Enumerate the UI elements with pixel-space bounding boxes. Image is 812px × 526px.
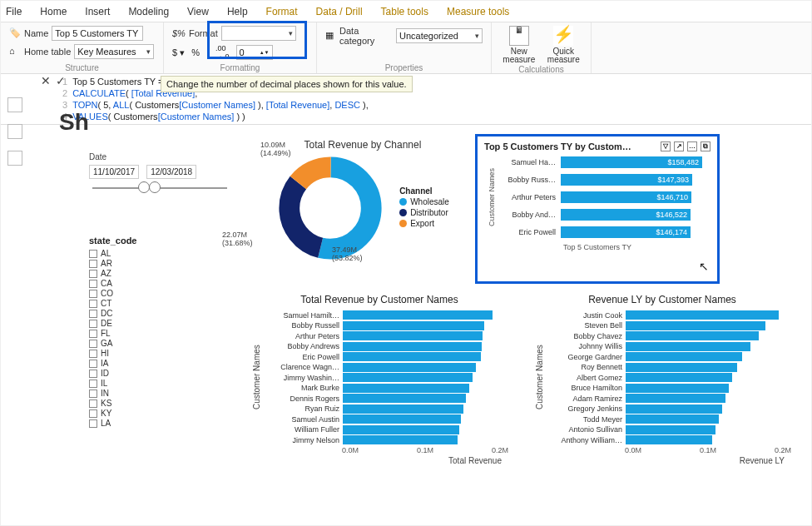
currency-btn[interactable]: $ ▾ [172, 47, 185, 58]
pin-icon[interactable]: ⧉ [701, 141, 710, 151]
tag-icon: 🏷️ [9, 27, 21, 39]
bar-name: Bobby Russell [263, 321, 339, 330]
menu-data-drill[interactable]: Data / Drill [316, 6, 363, 17]
percent-btn[interactable]: % [191, 47, 200, 57]
checkbox-icon[interactable] [89, 330, 97, 338]
checkbox-icon[interactable] [89, 370, 97, 378]
state-item[interactable]: DC [89, 309, 189, 318]
checkbox-icon[interactable] [89, 390, 97, 398]
state-item[interactable]: ID [89, 369, 189, 378]
focus-icon[interactable]: ↗ [674, 141, 684, 151]
total-revenue-bar[interactable]: Total Revenue by Customer Names Customer… [250, 294, 508, 465]
decimal-stepper[interactable]: 0 ▲▼ [236, 45, 273, 60]
range-handle-right[interactable] [149, 181, 161, 193]
checkbox-icon[interactable] [89, 409, 97, 418]
date-slicer[interactable]: Date 11/10/2017 12/03/2018 [89, 152, 230, 189]
date-range-track[interactable] [92, 187, 227, 189]
state-slicer[interactable]: state_code ALARAZCACOCTDCDEFLGAHIIAIDILI… [89, 236, 189, 428]
menu-table-tools[interactable]: Table tools [381, 6, 428, 17]
state-item[interactable]: AZ [89, 269, 189, 278]
state-label: CA [101, 279, 112, 288]
format-combo[interactable]: ▾ [221, 26, 296, 41]
checkbox-icon[interactable] [89, 350, 97, 358]
checkbox-icon[interactable] [89, 340, 97, 348]
state-item[interactable]: DE [89, 319, 189, 328]
chevron-down-icon: ▾ [146, 47, 151, 56]
menu-view[interactable]: View [187, 6, 209, 17]
bar-value: $146,710 [656, 191, 688, 203]
menu-help[interactable]: Help [227, 6, 248, 17]
bar-name: William Fuller [263, 425, 339, 434]
hometable-combo[interactable]: Key Measures ▾ [74, 44, 154, 59]
state-item[interactable]: CT [89, 299, 189, 308]
state-item[interactable]: CO [89, 289, 189, 298]
data-view-icon[interactable] [7, 124, 22, 139]
checkbox-icon[interactable] [89, 260, 97, 268]
more-icon[interactable]: … [687, 141, 697, 151]
checkbox-icon[interactable] [89, 280, 97, 288]
bar [343, 331, 483, 340]
bar [343, 342, 482, 351]
checkbox-icon[interactable] [89, 300, 97, 308]
filter-icon[interactable]: ▽ [661, 141, 671, 151]
state-item[interactable]: IL [89, 379, 189, 388]
range-handle-left[interactable] [138, 181, 150, 193]
menu-file[interactable]: File [6, 6, 22, 17]
state-item[interactable]: CA [89, 279, 189, 288]
date-from[interactable]: 11/10/2017 [89, 165, 139, 179]
checkbox-icon[interactable] [89, 270, 97, 278]
quick-measure-button[interactable]: ⚡ Quick measure [545, 26, 583, 64]
menu-insert[interactable]: Insert [85, 6, 110, 17]
datacat-combo[interactable]: Uncategorized ▾ [396, 28, 483, 43]
commit-formula-icon[interactable]: ✓ [56, 74, 66, 87]
state-item[interactable]: KY [89, 409, 189, 418]
cancel-formula-icon[interactable]: ✕ [41, 74, 51, 87]
state-item[interactable]: KS [89, 399, 189, 408]
bar [343, 425, 459, 434]
model-view-icon[interactable] [7, 151, 22, 166]
new-measure-button[interactable]: 🖩 New measure [500, 26, 538, 64]
revenue-ly-bar[interactable]: Revenue LY by Customer Names Customer Na… [533, 294, 791, 465]
bar-row: Bobby Andrews [263, 342, 508, 351]
state-item[interactable]: LA [89, 419, 189, 428]
bar-name: Todd Meyer [546, 415, 622, 424]
checkbox-icon[interactable] [89, 290, 97, 298]
checkbox-icon[interactable] [89, 320, 97, 328]
state-item[interactable]: HI [89, 349, 189, 358]
state-item[interactable]: IN [89, 389, 189, 398]
checkbox-icon[interactable] [89, 380, 97, 388]
menu-measure-tools[interactable]: Measure tools [447, 6, 509, 17]
top5-visual[interactable]: Top 5 Customers TY by Custom… ▽ ↗ … ⧉ Cu… [475, 134, 720, 284]
menu-modeling[interactable]: Modeling [128, 6, 169, 17]
new-measure-label: New measure [500, 47, 538, 64]
checkbox-icon[interactable] [89, 360, 97, 368]
checkbox-icon[interactable] [89, 399, 97, 408]
bar-row: Eric Powell [263, 352, 508, 361]
date-to[interactable]: 12/03/2018 [146, 165, 196, 179]
tick: 0.0M [342, 446, 359, 454]
menu-format[interactable]: Format [266, 6, 298, 17]
bar-name: Bobby Andrews [263, 342, 339, 350]
state-item[interactable]: FL [89, 329, 189, 338]
comma-btn[interactable]: , [206, 47, 209, 57]
checkbox-icon[interactable] [89, 310, 97, 318]
checkbox-icon[interactable] [89, 419, 97, 428]
bar [343, 394, 466, 403]
checkbox-icon[interactable] [89, 250, 97, 258]
bar-row: Bruce Hamilton [546, 384, 791, 393]
state-item[interactable]: GA [89, 339, 189, 348]
name-input[interactable]: Top 5 Customers TY [52, 26, 143, 41]
state-item[interactable]: IA [89, 359, 189, 368]
report-view-icon[interactable] [7, 97, 22, 112]
state-label: IA [101, 359, 108, 368]
menu-home[interactable]: Home [40, 6, 67, 17]
donut-visual[interactable]: Total Revenue by Channel Channel Wholesa… [234, 139, 492, 262]
bar-value: $146,174 [656, 226, 687, 238]
bar: $146,710 [561, 191, 691, 203]
state-label: CO [101, 289, 113, 298]
decimals-value: 0 [240, 47, 245, 57]
bar: $146,522 [561, 209, 691, 221]
state-item[interactable]: AR [89, 259, 189, 268]
bar [343, 310, 493, 320]
state-item[interactable]: AL [89, 249, 189, 258]
